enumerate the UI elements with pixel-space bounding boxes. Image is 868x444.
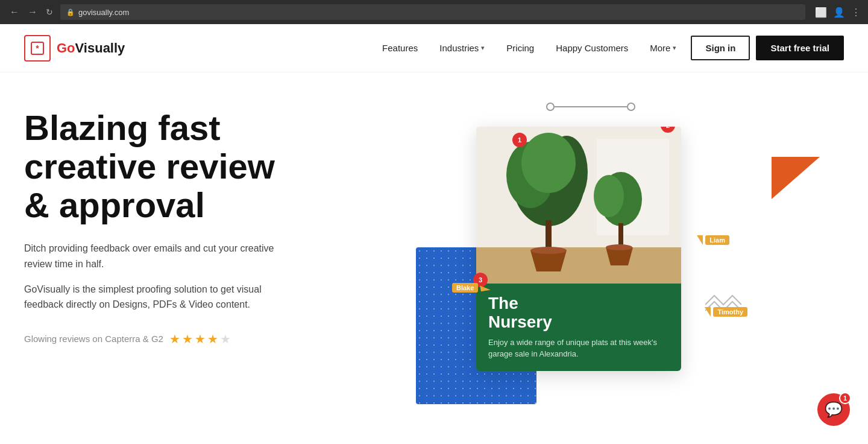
logo-text: GoVisually — [57, 40, 125, 56]
card-body: 2 The Nursery Enjoy a wide range of uniq… — [476, 284, 681, 371]
cursor-liam-tag: Liam — [705, 235, 729, 245]
star-rating: ★ ★ ★ ★ ★ — [169, 332, 231, 346]
card-title: The Nursery — [488, 294, 669, 332]
svg-rect-14 — [618, 223, 623, 247]
chevron-down-icon-more: ▾ — [673, 44, 676, 52]
profile-icon[interactable]: 👤 — [833, 7, 845, 18]
card-description: Enjoy a wide range of unique plats at th… — [488, 337, 669, 360]
slider-dot-right — [627, 103, 635, 111]
card-image: 1 — [476, 127, 681, 284]
browser-nav-buttons: ← → ↻ — [7, 5, 55, 19]
chat-badge: 1 — [839, 392, 851, 404]
cursor-timothy: Timothy — [705, 307, 747, 317]
star-2: ★ — [182, 332, 193, 346]
hero-heading: Blazing fast creative review & approval — [24, 109, 338, 224]
mockup-container: 3 Blake 1 — [440, 127, 741, 371]
logo-icon: * — [24, 35, 51, 62]
cursor-timothy-tag: Timothy — [713, 307, 747, 317]
slider-control[interactable] — [546, 103, 635, 111]
star-4: ★ — [207, 332, 218, 346]
address-bar[interactable]: 🔒 govisually.com — [60, 4, 805, 20]
nav-links: Features Industries ▾ Pricing Happy Cust… — [374, 38, 685, 58]
chat-bubble[interactable]: 💬 1 — [817, 393, 850, 426]
svg-rect-10 — [546, 220, 552, 250]
slider-line — [555, 106, 627, 107]
url-text: govisually.com — [78, 8, 129, 17]
svg-point-15 — [606, 244, 632, 250]
lock-icon: 🔒 — [66, 8, 75, 16]
svg-point-11 — [530, 247, 567, 254]
svg-point-13 — [594, 175, 624, 217]
hero-sub2: GoVisually is the simplest proofing solu… — [24, 282, 301, 312]
hero-sub1: Ditch providing feedback over emails and… — [24, 241, 301, 271]
nav-happy-customers[interactable]: Happy Customers — [547, 38, 637, 58]
nav-features[interactable]: Features — [374, 38, 426, 58]
main-card: 1 — [476, 127, 681, 371]
reviews-text: Glowing reviews on Capterra & G2 — [24, 334, 163, 344]
star-3: ★ — [195, 332, 206, 346]
nav-pricing[interactable]: Pricing — [498, 38, 542, 58]
cast-icon[interactable]: ⬜ — [815, 7, 827, 18]
star-1: ★ — [169, 332, 180, 346]
page: * GoVisually Features Industries ▾ Prici… — [0, 24, 868, 444]
chat-icon: 💬 — [825, 401, 843, 418]
menu-icon[interactable]: ⋮ — [851, 7, 861, 18]
logo[interactable]: * GoVisually — [24, 35, 125, 62]
cursor-blake-tag: Blake — [452, 283, 478, 293]
browser-right-icons: ⬜ 👤 ⋮ — [815, 7, 861, 18]
triangle-decoration — [772, 157, 820, 199]
forward-button[interactable]: → — [25, 5, 40, 19]
signin-button[interactable]: Sign in — [691, 36, 750, 60]
cursor-blake: Blake — [452, 283, 490, 293]
hero-section: Blazing fast creative review & approval … — [0, 72, 868, 444]
liam-cursor-arrow — [697, 235, 703, 245]
svg-rect-4 — [476, 247, 681, 284]
timothy-cursor-arrow — [705, 307, 711, 317]
back-button[interactable]: ← — [7, 5, 22, 19]
blake-cursor-arrow — [480, 284, 491, 291]
svg-text:*: * — [36, 43, 39, 53]
browser-chrome: ← → ↻ 🔒 govisually.com ⬜ 👤 ⋮ — [0, 0, 868, 24]
slider-dot-left — [546, 103, 555, 111]
hero-right: 3 Blake 1 — [338, 97, 844, 444]
star-5: ★ — [220, 332, 231, 346]
comment-badge-1[interactable]: 1 — [512, 133, 527, 147]
trial-button[interactable]: Start free trial — [756, 36, 844, 60]
chevron-down-icon: ▾ — [481, 44, 485, 52]
reviews-line: Glowing reviews on Capterra & G2 ★ ★ ★ ★… — [24, 332, 338, 346]
hero-left: Blazing fast creative review & approval … — [24, 97, 338, 444]
svg-point-9 — [521, 133, 576, 193]
plant-illustration — [476, 127, 681, 284]
nav-industries[interactable]: Industries ▾ — [431, 38, 493, 58]
nav-more[interactable]: More ▾ — [641, 38, 685, 58]
navbar: * GoVisually Features Industries ▾ Prici… — [0, 24, 868, 72]
refresh-button[interactable]: ↻ — [43, 6, 55, 18]
cursor-liam: Liam — [697, 235, 729, 245]
